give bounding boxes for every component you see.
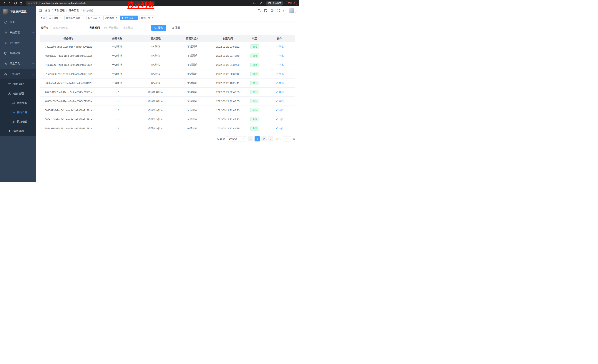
cell-status: 激活 xyxy=(245,126,264,131)
breadcrumb-home[interactable]: 首页 xyxy=(45,9,50,12)
incognito-badge[interactable]: 无痕模式 xyxy=(266,1,283,6)
approve-link[interactable]: 审批 xyxy=(276,127,284,130)
approve-link[interactable]: 审批 xyxy=(276,63,284,66)
approve-link[interactable]: 审批 xyxy=(276,54,284,57)
cell-task-id: 8f0d1619-7ac8-11ec-a9e2-a2380e71991a xyxy=(40,91,97,94)
sidebar-item-process-management[interactable]: 流程管理 ▾ xyxy=(0,79,36,89)
menu-label: 首页 xyxy=(10,21,15,24)
forward-icon[interactable] xyxy=(8,1,12,6)
close-icon[interactable]: × xyxy=(81,17,84,19)
breadcrumb-task-management[interactable]: 任务管理 xyxy=(69,9,79,12)
prev-page-button[interactable]: ‹ xyxy=(248,136,253,141)
font-size-icon[interactable]: TT xyxy=(283,9,286,12)
approve-link[interactable]: 审批 xyxy=(276,90,284,94)
menu-label: 已办任务 xyxy=(17,120,27,123)
refresh-icon[interactable] xyxy=(13,1,18,6)
sidebar-item-todo-tasks[interactable]: 待办任务 xyxy=(0,108,36,117)
breadcrumb-workflow[interactable]: 工作流程 xyxy=(54,9,65,12)
cell-action: 审批 xyxy=(264,45,295,49)
address-bar[interactable]: 不安全 dashboard.yudao.iocoder.cn/bpm/task/… xyxy=(25,1,155,6)
chevron-down-icon: ▾ xyxy=(33,42,33,44)
approve-link[interactable]: 审批 xyxy=(276,108,284,112)
close-icon[interactable]: × xyxy=(59,17,62,19)
next-page-button[interactable]: › xyxy=(268,136,274,141)
logo-image xyxy=(3,9,8,15)
close-icon[interactable]: × xyxy=(98,17,100,19)
edit-icon xyxy=(276,64,278,66)
tab[interactable]: 发起流程 × xyxy=(48,16,63,20)
approve-link[interactable]: 审批 xyxy=(276,99,284,103)
approve-link[interactable]: 审批 xyxy=(276,81,284,85)
reset-button[interactable]: 重置 xyxy=(169,25,183,31)
branch-icon xyxy=(8,92,11,95)
status-badge: 激活 xyxy=(250,44,259,49)
sidebar-item-home[interactable]: 首页 xyxy=(0,17,36,27)
tab[interactable]: 待办任务 × xyxy=(120,16,138,20)
edit-icon xyxy=(276,54,278,57)
col-initiator: 流程发起人 xyxy=(174,37,210,40)
incognito-label: 无痕模式 xyxy=(273,2,281,5)
update-button[interactable]: 更新 ⋮ xyxy=(286,1,297,5)
goto-page-input[interactable] xyxy=(283,136,291,141)
approve-link[interactable]: 审批 xyxy=(276,118,284,121)
key-icon[interactable] xyxy=(252,1,257,6)
tab[interactable]: 首页 xyxy=(39,16,47,20)
avatar[interactable] xyxy=(289,8,294,13)
page-size-select[interactable]: 10条/页 ▾ xyxy=(227,136,246,141)
cell-task-name: 一级审批 xyxy=(97,63,137,66)
approve-link[interactable]: 审批 xyxy=(276,72,284,75)
page-button-1[interactable]: 1 xyxy=(255,136,260,141)
update-label: 更新 xyxy=(288,2,292,5)
app-title: 芋道管理系统 xyxy=(10,10,26,14)
sidebar-item-task-management[interactable]: 任务管理 ▴ xyxy=(0,89,36,98)
cell-create-time: 2022-01-21 22:42:23 xyxy=(210,118,245,121)
page-button-2[interactable]: 2 xyxy=(261,136,266,141)
tab[interactable]: 我的流程 × xyxy=(103,16,119,20)
close-icon[interactable]: × xyxy=(115,17,117,19)
search-button[interactable]: 搜索 xyxy=(151,25,166,31)
search-icon[interactable] xyxy=(258,9,261,12)
tab[interactable]: 已办任务 × xyxy=(86,16,102,20)
back-icon[interactable] xyxy=(2,1,7,6)
sidebar-item-leave-query[interactable]: 请假查询 xyxy=(0,126,36,136)
star-icon[interactable] xyxy=(259,1,264,6)
app-header: 首页 / 工作流程 / 任务管理 / 待办任务 ? xyxy=(36,6,299,15)
sidebar-item-devtools[interactable]: ⚒ 研发工具 ▾ xyxy=(0,58,36,69)
active-dot xyxy=(122,17,123,19)
approve-link[interactable]: 审批 xyxy=(276,45,284,48)
chevron-up-icon: ▴ xyxy=(33,73,33,75)
process-name-input[interactable] xyxy=(50,25,85,31)
security-status[interactable]: 不安全 xyxy=(28,2,38,5)
sidebar-item-my-process[interactable]: 我的流程 xyxy=(0,98,36,108)
sidebar-item-payment[interactable]: ¥ 支付管理 ▾ xyxy=(0,38,36,48)
cell-task-name: 一级审批 xyxy=(97,81,137,85)
date-range-picker[interactable]: 开始日期 - 结束日期 xyxy=(102,25,147,31)
edit-icon xyxy=(276,127,278,129)
tab-label: 首页 xyxy=(40,16,45,19)
chevron-down-icon: ▾ xyxy=(33,52,33,55)
tab-label: 流程表单-编辑 xyxy=(66,16,80,19)
github-icon[interactable] xyxy=(264,9,267,12)
close-icon[interactable]: × xyxy=(134,17,137,19)
status-badge: 激活 xyxy=(250,117,259,122)
sidebar-item-done-tasks[interactable]: 已办任务 xyxy=(0,117,36,126)
close-icon[interactable]: × xyxy=(151,17,154,19)
user-menu[interactable]: ▾ xyxy=(289,8,296,13)
cell-initiator: 芋道源码 xyxy=(174,45,210,48)
person-icon xyxy=(8,130,11,133)
tab[interactable]: 流程详情 × xyxy=(140,16,155,20)
sidebar-item-workflow[interactable]: 工作流程 ▴ xyxy=(0,69,36,79)
edit-icon xyxy=(276,118,278,120)
fullscreen-icon[interactable] xyxy=(277,9,280,12)
tab[interactable]: 流程表单-编辑 × xyxy=(65,16,85,20)
hamburger-icon[interactable] xyxy=(39,9,42,12)
pagination: 共 16 条 10条/页 ▾ ‹ 1 2 › 前往 页 xyxy=(40,136,295,141)
help-icon[interactable]: ? xyxy=(270,9,274,12)
home-icon[interactable] xyxy=(18,1,23,6)
more-menu-icon[interactable]: ⋮ xyxy=(293,2,296,5)
sidebar-item-infrastructure[interactable]: 基础设施 ▾ xyxy=(0,48,36,58)
sidebar-item-system[interactable]: ⚙ 系统管理 ▾ xyxy=(0,27,36,38)
col-action: 操作 xyxy=(264,37,295,40)
refresh-icon xyxy=(172,27,174,29)
col-task-name: 任务名称 xyxy=(97,37,137,40)
